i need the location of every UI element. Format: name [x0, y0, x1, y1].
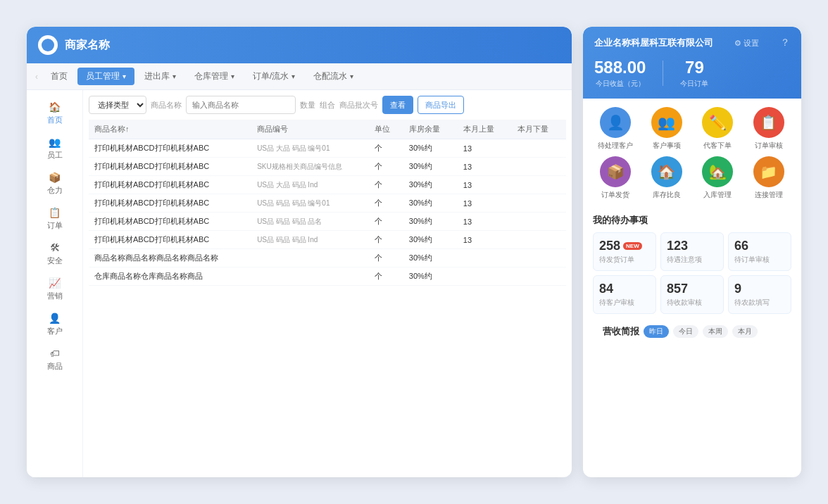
sidebar-item-marketing[interactable]: 📈 营销 [27, 272, 82, 307]
nav-tab-orders[interactable]: 订单/流水 ▾ [244, 68, 303, 85]
help-icon[interactable]: ？ [780, 37, 790, 49]
right-panel: 企业名称科屋科互联有限公司 ⚙ 设置 ？ 588.00 今日收益（元） 79 今… [583, 27, 801, 477]
order-icon: 📋 [49, 207, 61, 218]
col-header-down[interactable]: 本月下量 [512, 120, 566, 139]
data-table: 商品名称↑ 商品编号 单位 库房余量 本月上量 本月下量 打印机耗材ABCD打印… [89, 120, 566, 286]
table-row[interactable]: 打印机耗材ABCD打印机耗材ABC US品 码品 码品 编号01 个 30%约 … [89, 194, 566, 213]
quick-access-5[interactable]: 🏠 库存比良 [644, 156, 690, 200]
icon-circle-2: ✏️ [702, 107, 733, 138]
todo-value-2: 66 [734, 239, 785, 253]
cell-stock: 30%约 [403, 139, 458, 158]
cell-down [512, 231, 566, 249]
cell-down [512, 176, 566, 194]
settings-link[interactable]: ⚙ 设置 [734, 38, 759, 49]
icon-circle-5: 🏠 [651, 156, 682, 187]
icon-label-6: 入库管理 [703, 190, 732, 200]
icon-circle-0: 👤 [600, 107, 631, 138]
icon-circle-7: 📁 [753, 156, 784, 187]
col-header-code[interactable]: 商品编号 [251, 120, 369, 139]
cell-stock: 30%约 [403, 267, 458, 286]
nav-tab-flow[interactable]: 仓配流水 ▾ [305, 68, 362, 85]
table-row[interactable]: 仓库商品名称仓库商品名称商品 个 30%约 [89, 267, 566, 286]
nav-tab-home[interactable]: 首页 [42, 68, 76, 85]
cell-code: US品 大品 码品 编号01 [251, 139, 369, 158]
nav-tab-staff[interactable]: 员工管理 ▾ [77, 68, 134, 85]
todo-value-1: 123 [667, 239, 717, 253]
cell-code: SKU规格相关商品编号信息 [251, 158, 369, 176]
goods-icon: 🏷 [50, 348, 60, 359]
product-name-label: 商品名称 [151, 100, 182, 111]
quick-access-2[interactable]: ✏️ 代客下单 [695, 107, 741, 151]
cell-code: US品 大品 码品 Ind [251, 176, 369, 194]
sidebar-item-warehouse-label: 仓力 [47, 185, 63, 196]
cell-up: 13 [458, 176, 512, 194]
sidebar-item-home[interactable]: 🏠 首页 [27, 96, 82, 131]
rev-tab-yesterday[interactable]: 昨日 [644, 325, 669, 338]
todo-label-1: 待遇注意项 [667, 255, 717, 265]
todo-card-3[interactable]: 84 待客户审核 [593, 275, 656, 314]
todo-card-0[interactable]: 258NEW 待发货订单 [593, 232, 656, 271]
table-row[interactable]: 商品名称商品名称商品名称商品名称 个 30%约 [89, 249, 566, 267]
quick-access-3[interactable]: 📋 订单审核 [746, 107, 792, 151]
icon-label-0: 待处理客户 [598, 141, 633, 151]
content-area: 🏠 首页 👥 员工 📦 仓力 📋 订单 🛠 安全 [27, 90, 572, 477]
product-name-input[interactable] [186, 96, 296, 114]
sidebar-item-warehouse[interactable]: 📦 仓力 [27, 166, 82, 201]
todo-card-4[interactable]: 857 待收款审核 [660, 275, 724, 314]
nav-tab-inout[interactable]: 进出库 ▾ [136, 68, 184, 85]
cell-up: 13 [458, 194, 512, 213]
quick-access-7[interactable]: 📁 连接管理 [746, 156, 792, 200]
todo-card-5[interactable]: 9 待农款填写 [728, 275, 791, 314]
nav-tabs: ‹ 首页 员工管理 ▾ 进出库 ▾ 仓库管理 ▾ 订单/流水 ▾ 仓配流水 ▾ [27, 63, 572, 90]
table-row[interactable]: 打印机耗材ABCD打印机耗材ABC SKU规格相关商品编号信息 个 30%约 1… [89, 158, 566, 176]
col-header-stock[interactable]: 库房余量 [403, 120, 458, 139]
todo-badge-0: NEW [623, 242, 642, 250]
rev-tab-week[interactable]: 本周 [703, 325, 728, 338]
cell-down [512, 139, 566, 158]
sidebar-collapse-btn[interactable]: ‹ [32, 70, 41, 83]
table-row[interactable]: 打印机耗材ABCD打印机耗材ABC US品 大品 码品 编号01 个 30%约 … [89, 139, 566, 158]
staff-icon: 👥 [49, 137, 61, 148]
quick-access-6[interactable]: 🏡 入库管理 [695, 156, 741, 200]
type-select[interactable]: 选择类型 [89, 96, 146, 114]
sidebar-item-goods-label: 商品 [47, 361, 63, 372]
sidebar-item-service[interactable]: 🛠 安全 [27, 237, 82, 272]
sidebar-item-order[interactable]: 📋 订单 [27, 201, 82, 237]
cell-up [458, 267, 512, 286]
nav-tab-warehouse[interactable]: 仓库管理 ▾ [186, 68, 243, 85]
quick-access-0[interactable]: 👤 待处理客户 [593, 107, 639, 151]
todo-card-1[interactable]: 123 待遇注意项 [660, 232, 724, 271]
todo-label-4: 待收款审核 [667, 298, 717, 308]
todo-value-4: 857 [667, 282, 717, 296]
rev-tab-today[interactable]: 今日 [673, 325, 698, 338]
search-button[interactable]: 查看 [382, 96, 413, 114]
cell-stock: 30%约 [403, 176, 458, 194]
top-bar: 商家名称 [27, 27, 572, 63]
cell-unit: 个 [369, 194, 403, 213]
sidebar-item-customer[interactable]: 👤 客户 [27, 307, 82, 342]
export-button[interactable]: 商品导出 [418, 96, 464, 114]
icon-label-5: 库存比良 [653, 190, 681, 200]
revenue-label: 今日收益（元） [594, 79, 646, 89]
table-area: 选择类型 商品名称 数量 组合 商品批次号 查看 商品导出 商品名称↑ [83, 90, 572, 477]
todo-section: 我的待办事项 258NEW 待发货订单 123 待遇注意项 66 待订单审核 8… [583, 208, 801, 477]
sidebar-item-staff[interactable]: 👥 员工 [27, 131, 82, 166]
col-header-name[interactable]: 商品名称↑ [89, 120, 251, 139]
quick-access-1[interactable]: 👥 客户事项 [644, 107, 690, 151]
sidebar-item-goods[interactable]: 🏷 商品 [27, 342, 82, 377]
brand-name: 商家名称 [65, 38, 110, 53]
table-row[interactable]: 打印机耗材ABCD打印机耗材ABC US品 码品 码品 品名 个 30%约 13 [89, 213, 566, 231]
cell-down [512, 249, 566, 267]
col-header-up[interactable]: 本月上量 [458, 120, 512, 139]
table-row[interactable]: 打印机耗材ABCD打印机耗材ABC US品 码品 码品 Ind 个 30%约 1… [89, 231, 566, 249]
todo-card-2[interactable]: 66 待订单审核 [728, 232, 791, 271]
col-header-unit[interactable]: 单位 [369, 120, 403, 139]
sidebar-item-marketing-label: 营销 [47, 291, 63, 301]
cell-up [458, 249, 512, 267]
quick-access-4[interactable]: 📦 订单发货 [593, 156, 639, 200]
table-row[interactable]: 打印机耗材ABCD打印机耗材ABC US品 大品 码品 Ind 个 30%约 1… [89, 176, 566, 194]
cell-code: US品 码品 码品 编号01 [251, 194, 369, 213]
cell-stock: 30%约 [403, 249, 458, 267]
rev-tab-month[interactable]: 本月 [732, 325, 758, 338]
cell-stock: 30%约 [403, 213, 458, 231]
